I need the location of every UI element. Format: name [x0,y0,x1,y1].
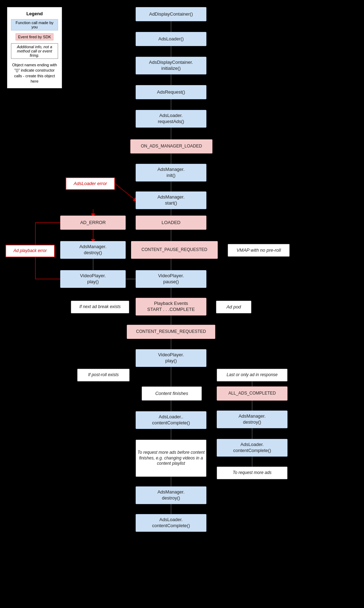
AdPlaybackError-box: Ad playback error [5,245,55,257]
CONTENT_RESUME_REQUESTED-box: CONTENT_RESUME_REQUESTED [127,325,215,339]
ToRequestMoreAdsLabel-box: To request more ads [217,467,288,479]
AdsLoaderContentComplete3-box: AdsLoader. contentComplete() [136,514,206,532]
legend-italic-box: Additional info, not a method call or ev… [11,43,58,59]
AdsDisplayContainerInit-box: AdsDisplayContainer. initialize() [136,57,206,74]
legend-pink-box: Event fired by SDK [16,33,53,40]
legend-item-function: Function call made by you [11,19,58,31]
AdsManagerStart-box: AdsManager. start() [136,191,206,209]
AdPod-box: Ad pod [216,301,251,313]
LOADED-box: LOADED [136,216,206,230]
LastOrOnlyAd-box: Last or only ad in response [217,369,288,381]
AdsLoaderRequestAds-box: AdsLoader. requestAds() [136,110,206,128]
CONTENT_PAUSE_REQUESTED-box: CONTENT_PAUSE_REQUESTED [131,241,218,259]
AdsManagerDestroy-box: AdsManager. destroy() [60,241,126,259]
diagram-container: Legend Function call made by you Event f… [0,0,364,608]
VideoPlayerPause-box: VideoPlayer. pause() [136,270,206,288]
VmapNoPre-box: VMAP with no pre-roll [228,244,290,257]
ALL_ADS_COMPLETED-box: ALL_ADS_COMPLETED [217,386,288,401]
AdsManagerDestroy2-box: AdsManager. destroy() [217,411,288,428]
legend-item-event: Event fired by SDK [11,33,58,41]
ContentFinishes-box: Content finishes [142,386,202,401]
legend-blue-box: Function call made by you [11,19,58,30]
AdsManagerDestroy3-box: AdsManager. destroy() [136,486,206,504]
PlaybackEvents-box: Playback Events START . . .COMPLETE [136,298,206,316]
AdsLoader-box: AdsLoader() [136,32,206,46]
legend-note: Object names ending with "()" indicate c… [11,62,58,84]
legend-box: Legend Function call made by you Event f… [7,7,62,88]
AdsManagerInit-box: AdsManager. init() [136,164,206,182]
AdsLoaderError-box: AdsLoader error [66,177,115,190]
ToRequestMoreAds-box: To request more ads before content finis… [136,440,206,477]
AdsRequest-box: AdsRequest() [136,85,206,99]
IfNextAdBreak-box: If next ad break exists [71,301,129,313]
legend-item-info: Additional info, not a method call or ev… [11,43,58,60]
VideoPlayerPlay2-box: VideoPlayer. play() [136,349,206,367]
IfPostRoll-box: If post-roll exists [77,369,130,381]
AdsLoaderContentComplete2-box: AdsLoader. contentComplete() [217,439,288,457]
AD_ERROR-box: AD_ERROR [60,216,126,230]
AdsLoaderContentComplete1-box: AdsLoader.. contentComplete() [136,411,206,429]
legend-title: Legend [11,11,58,16]
VideoPlayerPlay1-box: VideoPlayer. play() [60,270,126,288]
svg-line-18 [115,184,136,200]
AdDisplayContainer-box: AdDisplayContainer() [136,7,206,21]
ON_ADS_MANAGER_LOADED-box: ON_ADS_MANAGER_LOADED [130,139,212,154]
